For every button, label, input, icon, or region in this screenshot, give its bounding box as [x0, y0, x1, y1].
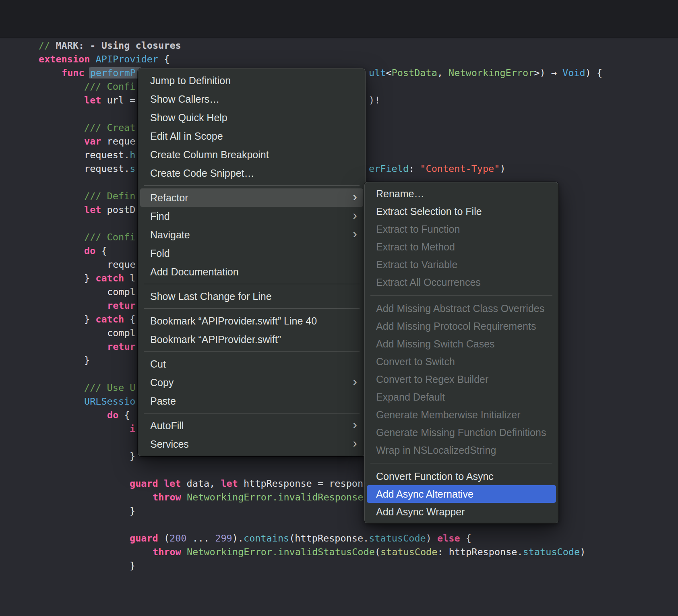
menu-item-label: Find — [150, 211, 170, 222]
code-token: compl — [107, 327, 136, 339]
code-line: do { — [107, 408, 130, 422]
code-token: do — [84, 245, 95, 256]
menu-item-extract-to-method: Extract to Method — [367, 238, 556, 256]
code-token: ). — [232, 533, 244, 544]
menu-item-copy[interactable]: Copy› — [140, 373, 363, 392]
menu-separator — [370, 463, 552, 464]
menu-item-convert-function-to-async[interactable]: Convert Function to Async — [367, 467, 556, 485]
menu-item-paste[interactable]: Paste — [140, 392, 363, 410]
code-token: retur — [107, 341, 136, 352]
menu-item-add-missing-abstract-class-overrides: Add Missing Abstract Class Overrides — [367, 300, 556, 317]
code-token: , — [437, 67, 449, 79]
menu-item-bookmark-apiprovider-swift-line-40[interactable]: Bookmark “APIProvider.swift” Line 40 — [140, 312, 363, 330]
menu-item-label: Bookmark “APIProvider.swift” — [150, 334, 281, 345]
code-token: /// Creat — [84, 122, 135, 133]
code-token: ) — [426, 533, 437, 544]
submenu-chevron-icon: › — [353, 418, 357, 431]
menu-item-label: Show Callers… — [150, 93, 219, 105]
code-token: statusCode — [523, 546, 580, 558]
menu-item-create-code-snippet[interactable]: Create Code Snippet… — [140, 164, 363, 182]
menu-item-create-column-breakpoint[interactable]: Create Column Breakpoint — [140, 145, 363, 164]
code-token: throw — [153, 492, 187, 503]
code-token: /// Confi — [84, 81, 135, 92]
menu-item-show-last-change-for-line[interactable]: Show Last Change for Line — [140, 287, 363, 306]
menu-item-edit-all-in-scope[interactable]: Edit All in Scope — [140, 127, 363, 145]
menu-item-extract-selection-to-file[interactable]: Extract Selection to File — [367, 203, 556, 220]
menu-item-label: Edit All in Scope — [150, 130, 223, 142]
code-token: catch — [95, 273, 124, 284]
code-token: } — [84, 314, 95, 325]
code-token: l — [124, 273, 135, 284]
code-line: request.s — [84, 162, 135, 176]
menu-item-label: Fold — [150, 248, 170, 259]
code-line: /// Creat — [84, 121, 135, 134]
submenu-chevron-icon: › — [353, 227, 357, 240]
code-line: reque — [107, 258, 136, 271]
code-token: 299 — [215, 533, 232, 544]
code-token: ult — [369, 67, 386, 79]
code-line: } catch l — [84, 271, 135, 285]
menu-item-label: Expand Default — [376, 391, 445, 403]
context-menu: Jump to DefinitionShow Callers…Show Quic… — [138, 68, 366, 456]
menu-item-add-async-wrapper[interactable]: Add Async Wrapper — [367, 503, 556, 521]
menu-separator — [144, 413, 360, 414]
menu-item-label: Refactor — [150, 192, 188, 204]
code-token: "Content-Type" — [420, 163, 500, 174]
menu-item-navigate[interactable]: Navigate› — [140, 225, 363, 244]
menu-item-label: Add Documentation — [150, 266, 239, 278]
menu-separator — [144, 351, 360, 352]
menu-item-show-callers[interactable]: Show Callers… — [140, 90, 363, 108]
code-token: guard — [130, 533, 164, 544]
code-token: : — [437, 546, 449, 558]
code-token: < — [386, 67, 391, 79]
code-token: } — [130, 505, 135, 517]
code-token: do — [107, 409, 118, 421]
code-token: throw — [153, 546, 187, 558]
code-token: /// Confi — [84, 232, 135, 243]
code-line: compl — [107, 326, 136, 340]
menu-item-label: Bookmark “APIProvider.swift” Line 40 — [150, 315, 317, 327]
menu-item-add-async-alternative[interactable]: Add Async Alternative — [367, 485, 556, 503]
code-token: (httpResponse. — [289, 533, 369, 544]
menu-item-fold[interactable]: Fold — [140, 244, 363, 263]
code-token: statusCode — [380, 546, 437, 558]
menu-item-convert-to-switch: Convert to Switch — [367, 353, 556, 370]
menu-item-services[interactable]: Services› — [140, 435, 363, 453]
code-token: { — [460, 533, 471, 544]
menu-item-label: Convert to Switch — [376, 356, 455, 368]
code-line: )! — [369, 93, 380, 107]
code-token: retur — [107, 300, 136, 311]
menu-item-rename[interactable]: Rename… — [367, 185, 556, 203]
menu-item-show-quick-help[interactable]: Show Quick Help — [140, 108, 363, 127]
menu-item-cut[interactable]: Cut — [140, 355, 363, 373]
code-line: i — [130, 422, 135, 436]
menu-item-label: AutoFill — [150, 420, 184, 432]
code-line: } catch { — [84, 312, 135, 326]
menu-item-add-documentation[interactable]: Add Documentation — [140, 263, 363, 281]
code-token: ) — [500, 163, 505, 174]
code-line: URLSessio — [84, 395, 135, 408]
code-token: NetworkingError.invalidResponse — [187, 492, 364, 503]
menu-item-label: Show Last Change for Line — [150, 291, 272, 302]
code-token: ( — [375, 546, 380, 558]
menu-item-label: Add Async Wrapper — [376, 506, 465, 518]
code-token: /// Defin — [84, 190, 135, 202]
menu-item-label: Show Quick Help — [150, 112, 227, 124]
menu-item-autofill[interactable]: AutoFill› — [140, 416, 363, 435]
code-token: )! — [369, 95, 380, 106]
menu-item-jump-to-definition[interactable]: Jump to Definition — [140, 71, 363, 90]
code-token: { — [124, 314, 135, 325]
menu-item-refactor[interactable]: Refactor› — [140, 188, 363, 207]
menu-item-label: Add Async Alternative — [376, 488, 473, 500]
menu-item-bookmark-apiprovider-swift[interactable]: Bookmark “APIProvider.swift” — [140, 330, 363, 349]
code-token: else — [437, 533, 460, 544]
menu-item-label: Navigate — [150, 229, 190, 241]
code-line: // MARK: - Using closures — [39, 39, 181, 52]
code-token: let — [84, 204, 107, 215]
menu-item-add-missing-protocol-requirements: Add Missing Protocol Requirements — [367, 317, 556, 335]
code-token: → — [551, 67, 562, 79]
menu-item-wrap-in-nslocalizedstring: Wrap in NSLocalizedString — [367, 441, 556, 459]
menu-item-find[interactable]: Find› — [140, 207, 363, 225]
menu-item-label: Convert to Regex Builder — [376, 374, 488, 385]
code-line: compl — [107, 285, 136, 299]
